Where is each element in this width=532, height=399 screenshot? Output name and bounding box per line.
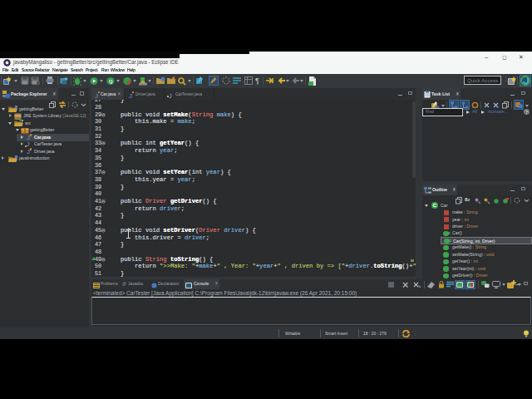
- svg-text:Q: Q: [109, 79, 113, 84]
